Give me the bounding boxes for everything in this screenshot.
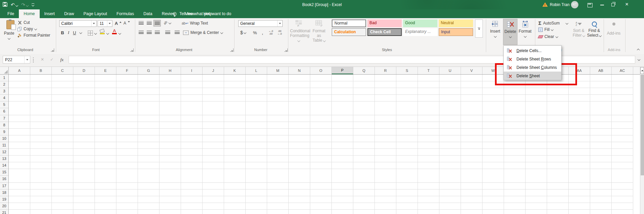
increase-decimal-button[interactable]: ←.0 .00 bbox=[269, 30, 273, 35]
style-gallery-item[interactable]: Neutral bbox=[439, 19, 473, 27]
font-color-button[interactable]: A bbox=[112, 29, 117, 34]
expand-formula-bar-button[interactable] bbox=[638, 58, 640, 61]
font-dialog-launcher[interactable] bbox=[130, 48, 134, 52]
column-header[interactable]: C bbox=[52, 67, 73, 74]
find-select-button[interactable]: Find & Select bbox=[587, 19, 602, 38]
column-header[interactable]: Q bbox=[353, 67, 375, 74]
ribbon-tab[interactable]: Formulas bbox=[112, 9, 139, 18]
format-painter-button[interactable]: Format Painter bbox=[17, 33, 50, 38]
grid-cells[interactable] bbox=[9, 75, 633, 214]
conditional-formatting-button[interactable]: ≠ Conditional Formatting bbox=[290, 19, 308, 43]
style-gallery-item[interactable]: Good bbox=[403, 19, 437, 27]
delete-menu-item[interactable]: Delete Cells... bbox=[504, 46, 561, 55]
column-header[interactable]: G bbox=[138, 67, 159, 74]
number-format-select[interactable]: General bbox=[238, 20, 283, 27]
grow-font-button[interactable]: A bbox=[115, 21, 121, 26]
bold-button[interactable]: B bbox=[61, 30, 64, 35]
ribbon-tab[interactable]: Insert bbox=[40, 9, 60, 18]
row-header[interactable]: 7 bbox=[0, 115, 8, 122]
style-gallery-item[interactable]: Bad bbox=[367, 19, 402, 27]
italic-button[interactable]: I bbox=[68, 30, 69, 35]
paste-button[interactable]: Paste bbox=[2, 19, 16, 40]
orientation-icon[interactable]: ab bbox=[163, 20, 168, 26]
style-gallery-item[interactable]: Explanatory ... bbox=[403, 28, 437, 36]
restore-button[interactable] bbox=[611, 3, 615, 6]
column-header[interactable]: P bbox=[332, 67, 353, 74]
cancel-button[interactable]: ✕ bbox=[38, 56, 46, 63]
insert-function-button[interactable]: fx bbox=[58, 56, 66, 63]
merge-center-button[interactable]: ↔ Merge & Center bbox=[183, 30, 223, 35]
column-header[interactable]: I bbox=[181, 67, 203, 74]
column-header[interactable]: J bbox=[203, 67, 224, 74]
vertical-scrollbar[interactable] bbox=[640, 67, 644, 214]
column-header[interactable]: AC bbox=[612, 67, 633, 74]
sort-filter-button[interactable]: A Z Sort & Filter bbox=[571, 19, 586, 38]
align-left-button[interactable] bbox=[137, 29, 145, 36]
number-dialog-launcher[interactable] bbox=[284, 48, 288, 52]
style-gallery-item[interactable]: Input bbox=[439, 28, 473, 36]
column-header[interactable]: T bbox=[418, 67, 439, 74]
align-right-button[interactable] bbox=[153, 29, 161, 36]
format-cells-button[interactable]: Format bbox=[518, 19, 532, 45]
decrease-decimal-button[interactable]: .00 →.0 bbox=[277, 30, 282, 35]
accounting-format-button[interactable]: $ bbox=[240, 30, 246, 35]
increase-indent-button[interactable] bbox=[173, 29, 181, 36]
row-header[interactable]: 5 bbox=[0, 101, 8, 108]
name-box[interactable]: P22 bbox=[3, 56, 30, 63]
column-header[interactable]: H bbox=[159, 67, 181, 74]
borders-icon[interactable] bbox=[88, 31, 93, 36]
alignment-dialog-launcher[interactable] bbox=[230, 48, 234, 52]
chevron-down-icon[interactable] bbox=[106, 32, 109, 35]
delete-menu-item[interactable]: Delete Sheet Rows bbox=[504, 55, 561, 63]
column-header[interactable]: E bbox=[95, 67, 116, 74]
row-header[interactable]: 16 bbox=[0, 176, 8, 182]
row-header[interactable]: 14 bbox=[0, 162, 8, 169]
bottom-align-button[interactable] bbox=[153, 20, 161, 27]
name-box-resizer[interactable] bbox=[33, 57, 34, 62]
column-header[interactable]: O bbox=[310, 67, 332, 74]
warning-icon[interactable]: ! bbox=[542, 2, 548, 7]
insert-cells-button[interactable]: Insert bbox=[488, 19, 502, 45]
delete-cells-button[interactable]: Delete bbox=[503, 19, 517, 45]
row-header[interactable]: 21 bbox=[0, 210, 8, 214]
scrollbar-thumb[interactable] bbox=[641, 75, 644, 175]
row-header[interactable]: 12 bbox=[0, 149, 8, 156]
top-align-button[interactable] bbox=[137, 20, 145, 27]
font-size-select[interactable]: 11 bbox=[98, 20, 112, 27]
row-header[interactable]: 3 bbox=[0, 88, 8, 95]
copy-button[interactable]: Copy bbox=[17, 27, 37, 31]
row-header[interactable]: 17 bbox=[0, 183, 8, 189]
column-header[interactable]: B bbox=[30, 67, 52, 74]
column-header[interactable]: R bbox=[375, 67, 396, 74]
style-gallery-item[interactable]: Normal bbox=[332, 19, 366, 27]
format-as-table-button[interactable]: Format as Table bbox=[310, 19, 328, 43]
minimize-button[interactable] bbox=[600, 5, 604, 5]
ribbon-tab[interactable]: File bbox=[3, 9, 19, 18]
tell-me-box[interactable]: Tell me what you want to do bbox=[173, 9, 231, 18]
row-header[interactable]: 10 bbox=[0, 135, 8, 142]
column-header[interactable]: A bbox=[9, 67, 30, 74]
row-header[interactable]: 2 bbox=[0, 81, 8, 88]
style-gallery-more-button[interactable] bbox=[475, 19, 483, 38]
delete-menu-item[interactable]: Delete Sheet Columns bbox=[504, 63, 561, 72]
row-header[interactable]: 8 bbox=[0, 122, 8, 129]
ribbon-display-options-icon[interactable] bbox=[587, 3, 593, 7]
chevron-down-icon[interactable] bbox=[94, 32, 97, 34]
ribbon-tab[interactable]: Home bbox=[19, 9, 39, 18]
clear-button[interactable]: Clear bbox=[538, 34, 558, 39]
column-header[interactable]: U bbox=[439, 67, 461, 74]
fill-color-button[interactable] bbox=[100, 29, 105, 34]
scroll-up-button[interactable] bbox=[640, 67, 644, 74]
clipboard-dialog-launcher[interactable] bbox=[51, 48, 54, 52]
column-header[interactable]: N bbox=[289, 67, 310, 74]
middle-align-button[interactable] bbox=[145, 20, 153, 27]
align-center-button[interactable] bbox=[145, 29, 153, 36]
ribbon-tab[interactable]: Page Layout bbox=[79, 9, 112, 18]
collapse-ribbon-button[interactable] bbox=[637, 49, 640, 51]
autosum-button[interactable]: Σ AutoSum bbox=[538, 20, 568, 26]
column-header[interactable]: L bbox=[246, 67, 267, 74]
style-gallery-item[interactable]: Check Cell bbox=[367, 28, 402, 36]
delete-menu-item[interactable]: Delete Sheet bbox=[504, 72, 561, 80]
enter-button[interactable]: ✓ bbox=[48, 56, 56, 63]
row-header[interactable]: 19 bbox=[0, 196, 8, 203]
